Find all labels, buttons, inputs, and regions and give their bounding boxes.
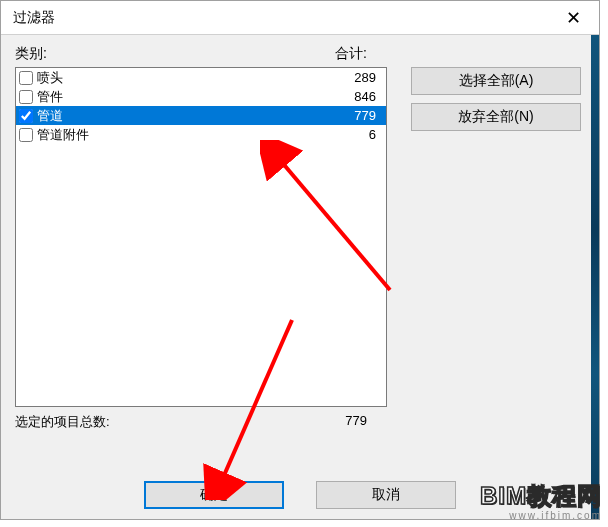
item-checkbox[interactable] — [19, 109, 33, 123]
header-total: 合计: — [307, 45, 387, 63]
list-headers: 类别: 合计: — [15, 45, 387, 63]
filter-dialog: 过滤器 ✕ 类别: 合计: 喷头 289 管件 846 管道 779 — [0, 0, 600, 520]
dialog-content: 类别: 合计: 喷头 289 管件 846 管道 779 管道附件 — [1, 35, 599, 431]
right-edge-strip — [591, 35, 599, 519]
item-checkbox[interactable] — [19, 90, 33, 104]
item-label: 管道 — [37, 107, 322, 125]
list-item[interactable]: 喷头 289 — [16, 68, 386, 87]
item-count: 289 — [322, 70, 382, 85]
list-item[interactable]: 管道附件 6 — [16, 125, 386, 144]
header-category: 类别: — [15, 45, 307, 63]
bottom-buttons: 确定 取消 — [1, 481, 599, 509]
titlebar: 过滤器 ✕ — [1, 1, 599, 35]
select-all-button[interactable]: 选择全部(A) — [411, 67, 581, 95]
item-label: 管道附件 — [37, 126, 322, 144]
list-item[interactable]: 管道 779 — [16, 106, 386, 125]
item-count: 846 — [322, 89, 382, 104]
selected-total-value: 779 — [307, 413, 387, 431]
close-icon[interactable]: ✕ — [558, 5, 589, 31]
item-checkbox[interactable] — [19, 128, 33, 142]
selected-total-label: 选定的项目总数: — [15, 413, 307, 431]
cancel-button[interactable]: 取消 — [316, 481, 456, 509]
discard-all-button[interactable]: 放弃全部(N) — [411, 103, 581, 131]
footer-summary: 选定的项目总数: 779 — [15, 413, 387, 431]
dialog-title: 过滤器 — [13, 9, 55, 27]
item-count: 6 — [322, 127, 382, 142]
list-item[interactable]: 管件 846 — [16, 87, 386, 106]
side-buttons: 选择全部(A) 放弃全部(N) — [411, 67, 599, 139]
ok-button[interactable]: 确定 — [144, 481, 284, 509]
item-count: 779 — [322, 108, 382, 123]
item-label: 喷头 — [37, 69, 322, 87]
category-listbox[interactable]: 喷头 289 管件 846 管道 779 管道附件 6 — [15, 67, 387, 407]
item-checkbox[interactable] — [19, 71, 33, 85]
item-label: 管件 — [37, 88, 322, 106]
